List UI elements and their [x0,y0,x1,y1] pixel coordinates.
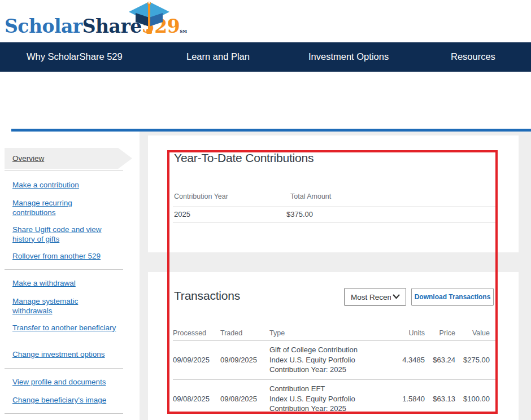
txn-row-price: $63.24 [433,356,455,364]
sidebar-item-transfer-to-beneficiary[interactable]: Transfer to another beneficiary [12,323,117,333]
download-transactions-button[interactable]: Download Transactions [411,288,494,306]
txn-col-traded: Traded [220,329,242,337]
page: ScholarShare529SM Why ScholarShare 529 L… [0,0,531,420]
nav-item-why-scholarshare[interactable]: Why ScholarShare 529 [27,51,123,62]
txn-col-value: Value [472,329,490,337]
sidebar-separator [5,413,123,414]
txn-row-value: $100.00 [463,395,490,403]
sidebar-item-view-profile-documents[interactable]: View profile and documents [12,378,117,387]
sidebar-item-overview-label: Overview [12,154,44,163]
sidebar-item-manage-systematic-withdrawals[interactable]: Manage systematic withdrawals [12,297,117,316]
ytd-col-contribution-year: Contribution Year [174,193,228,200]
transactions-title: Transactions [174,289,240,303]
txn-row-type-line: Contribution Year: 2025 [269,365,346,374]
txn-row-price: $63.13 [433,395,455,403]
sidebar-item-change-investment-options[interactable]: Change investment options [12,350,117,360]
txn-col-price: Price [439,329,455,337]
nav-item-learn-and-plan[interactable]: Learn and Plan [186,51,250,62]
sidebar-item-overview[interactable]: Overview [5,148,132,169]
sidebar-separator [5,368,123,369]
sidebar-item-manage-recurring-contributions[interactable]: Manage recurring contributions [12,199,117,217]
txn-row-processed: 09/09/2025 [173,356,210,364]
account-header: A+ Madison Thomas Individual [0,72,531,129]
nav-item-investment-options[interactable]: Investment Options [308,51,389,62]
sidebar-item-share-ugift-code[interactable]: Share Ugift code and view history of gif… [12,225,117,244]
transactions-card: Transactions Most Recent Download Transa… [148,272,519,420]
txn-row-traded: 09/08/2025 [220,395,257,403]
txn-row-type-line: Contribution Year: 2025 [269,404,346,413]
sidebar-item-change-beneficiary-image[interactable]: Change beneficiary's image [12,396,117,405]
logo-servicemark: SM [180,29,187,34]
sidebar-separator [5,170,123,170]
txn-row-units: 1.5840 [402,395,425,403]
sidebar-separator [5,269,123,270]
txn-row-traded: 09/09/2025 [220,356,257,364]
table-rule [173,207,496,207]
txn-row-type-line: Index U.S. Equity Portfolio [269,395,355,403]
txn-row-units: 4.3485 [402,356,425,364]
ytd-row-year: 2025 [174,210,190,218]
txn-row-processed: 09/08/2025 [173,395,210,403]
ytd-contributions-title: Year-To-Date Contributions [174,151,314,165]
sidebar-nav: Overview Make a contribution Manage recu… [0,132,140,420]
nav-item-resources[interactable]: Resources [451,51,495,62]
txn-col-units: Units [409,329,425,337]
txn-row-value: $275.00 [463,356,490,364]
ytd-row-amount: $375.00 [286,210,313,218]
txn-row-type-line: Gift of College Contribution [269,345,358,354]
graduation-cap-icon [128,1,171,37]
txn-row-type-line: Contribution EFT [269,384,325,393]
logo-bar: ScholarShare529SM [0,0,531,42]
table-rule [173,340,496,341]
sidebar-item-rollover-from-529[interactable]: Rollover from another 529 [12,252,117,261]
txn-row-type-line: Index U.S. Equity Portfolio [269,356,355,364]
sort-dropdown[interactable]: Most Recent [344,288,406,306]
ytd-col-total-amount: Total Amount [290,193,331,200]
table-rule [173,379,496,380]
logo-word-scholar: Scholar [5,15,82,37]
table-rule [173,222,496,222]
sidebar-item-make-a-withdrawal[interactable]: Make a withdrawal [12,279,117,288]
sidebar-item-make-a-contribution[interactable]: Make a contribution [12,181,117,190]
ytd-contributions-card: Year-To-Date Contributions Contribution … [148,135,519,252]
txn-col-type: Type [269,329,285,337]
txn-col-processed: Processed [173,329,206,337]
main-nav: Why ScholarShare 529 Learn and Plan Inve… [0,42,531,72]
